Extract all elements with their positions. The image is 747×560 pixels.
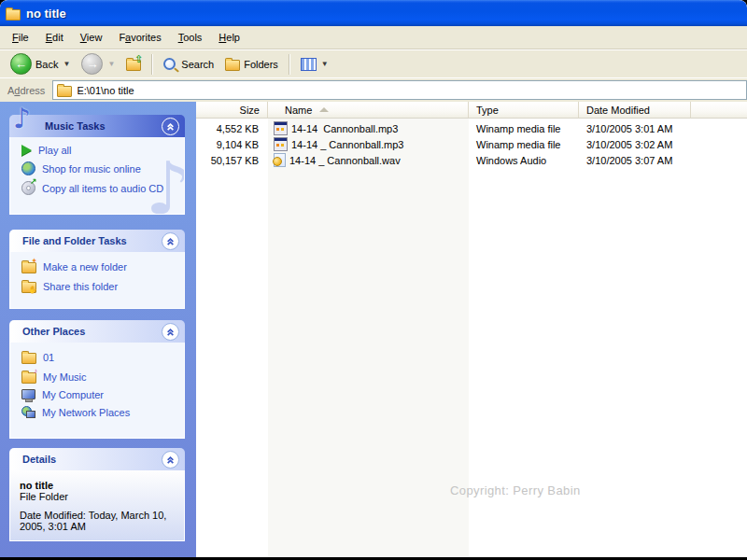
folders-label: Folders [244,59,278,70]
file-date-modified: 3/10/2005 3:01 AM [579,123,691,134]
search-icon [163,58,176,70]
file-name: 14-14 _ Cannonball.wav [289,155,401,166]
menu-item-favorites[interactable]: Favorites [110,29,169,46]
address-value: E:\01\no title [77,85,134,96]
music-folder-icon: ♪ [21,372,36,384]
task-share-this-folder[interactable]: ✋ Share this folder [21,279,178,293]
place-my-network-places[interactable]: My Network Places [21,406,178,418]
folders-icon [225,60,240,71]
back-icon: ← [10,53,32,75]
details-body: no title File Folder Date Modified: Toda… [9,470,185,541]
file-name: 14-14 _ Cannonball.mp3 [291,139,403,150]
computer-icon [21,389,35,399]
forward-dropdown-caret: ▼ [107,60,115,68]
windows-audio-icon [274,153,286,167]
forward-icon: → [81,53,103,75]
content: ♪ Music Tasks Play all Shop for music on… [0,102,747,557]
music-tasks-header[interactable]: ♪ Music Tasks [9,115,185,137]
file-size: 50,157 KB [196,155,268,166]
menu-item-edit[interactable]: Edit [37,29,72,46]
up-button[interactable]: ⇧ [121,55,146,73]
file-list: Size Name Type Date Modified 4,552 KB [196,102,747,557]
music-note-icon: ♪ [13,102,31,134]
menu-item-help[interactable]: Help [210,29,248,46]
new-folder-icon: ✦ [21,262,36,273]
collapse-chevron-icon[interactable] [162,451,179,469]
place-my-computer[interactable]: My Computer [21,389,178,400]
menu-item-file[interactable]: File [4,29,37,46]
file-row[interactable]: 9,104 KB 14-14 _ Cannonball.mp3 Winamp m… [196,136,747,152]
file-row[interactable]: 50,157 KB 14-14 _ Cannonball.wav Windows… [196,152,747,168]
sort-ascending-icon [319,107,329,112]
file-type: Windows Audio [469,155,579,166]
file-date-modified: 3/10/2005 3:02 AM [579,139,691,150]
menu-item-tools[interactable]: Tools [170,29,211,46]
column-header-empty [691,102,747,118]
back-button[interactable]: ← Back ▼ [6,51,75,77]
panel-title: Music Tasks [45,120,106,132]
task-label: Shop for music online [42,163,141,175]
file-folder-tasks-panel: File and Folder Tasks ✦ Make a new folde… [9,230,185,309]
folders-button[interactable]: Folders [220,55,283,73]
menu-item-view[interactable]: View [72,29,111,46]
place-label: 01 [43,352,54,363]
task-play-all[interactable]: Play all [21,145,178,156]
task-label: Make a new folder [43,261,127,273]
task-copy-audio-cd[interactable]: Copy all items to audio CD [21,181,178,195]
file-date-modified: 3/10/2005 3:07 AM [579,155,691,166]
music-tasks-body: Play all Shop for music online Copy all … [9,137,185,215]
explorer-window: no title File Edit View Favorites Tools … [0,0,747,560]
cd-icon [21,181,35,195]
place-my-music[interactable]: ♪ My Music [21,370,178,384]
other-places-panel: Other Places 01 ♪ My Music [9,320,185,439]
other-places-body: 01 ♪ My Music My Computer My Network Pla… [9,343,185,439]
place-label: My Music [43,371,86,383]
other-places-header[interactable]: Other Places [9,320,185,343]
back-dropdown-caret[interactable]: ▼ [63,60,70,68]
forward-button[interactable]: → ▼ [77,51,120,77]
play-icon [21,145,32,156]
share-folder-icon: ✋ [21,282,36,293]
place-01[interactable]: 01 [21,350,178,364]
details-header[interactable]: Details [9,448,185,470]
toolbar-separator [151,54,153,75]
music-tasks-panel: ♪ Music Tasks Play all Shop for music on… [9,115,185,215]
task-pane: ♪ Music Tasks Play all Shop for music on… [0,102,196,557]
views-button[interactable]: ▼ [296,56,333,73]
panel-title: Details [22,454,56,465]
address-label: Address [7,85,45,96]
collapse-chevron-icon[interactable] [162,323,179,341]
file-type: Winamp media file [469,123,579,134]
folder-open-icon[interactable] [6,9,21,21]
file-folder-tasks-body: ✦ Make a new folder ✋ Share this folder [9,252,185,309]
column-header-size[interactable]: Size [196,102,268,118]
winamp-file-icon [274,121,288,135]
file-type: Winamp media file [469,139,579,150]
window-title: no title [26,7,66,21]
address-folder-icon [57,86,72,97]
collapse-chevron-icon[interactable] [162,232,179,250]
task-make-new-folder[interactable]: ✦ Make a new folder [21,259,178,273]
file-folder-tasks-header[interactable]: File and Folder Tasks [9,230,185,252]
menubar: File Edit View Favorites Tools Help [0,26,747,49]
toolbar-separator [289,54,290,75]
column-header-date-modified[interactable]: Date Modified [579,102,691,118]
task-shop-music[interactable]: Shop for music online [21,161,178,175]
search-button[interactable]: Search [159,56,218,72]
task-label: Play all [38,145,71,156]
details-panel: Details no title File Folder Date Modifi… [9,448,185,541]
column-header-type[interactable]: Type [469,102,579,118]
file-size: 9,104 KB [196,139,268,150]
panel-title: File and Folder Tasks [22,235,127,246]
folder-icon [21,353,36,364]
collapse-chevron-icon[interactable] [162,118,179,135]
search-label: Search [181,59,214,70]
views-dropdown-caret[interactable]: ▼ [321,60,329,68]
file-row[interactable]: 4,552 KB 14-14 Cannonball.mp3 Winamp med… [196,120,747,136]
column-header-name[interactable]: Name [268,102,469,118]
back-label: Back [35,59,58,70]
address-input[interactable]: E:\01\no title [52,80,747,100]
network-icon [21,406,35,418]
titlebar[interactable]: no title [0,0,747,26]
task-label: Copy all items to audio CD [42,183,163,194]
